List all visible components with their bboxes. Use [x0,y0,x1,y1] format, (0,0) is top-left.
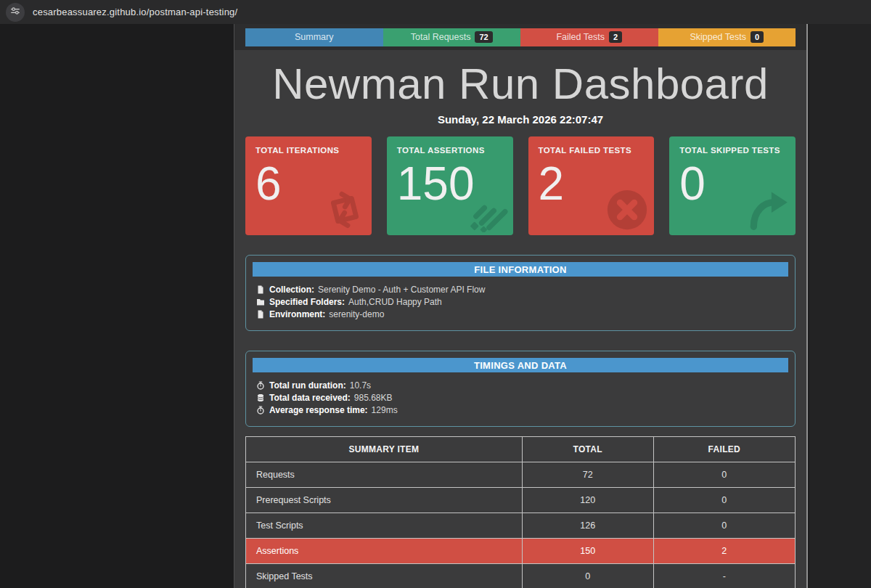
row-label: Average response time: [269,405,368,415]
row-total: 0 [522,564,653,588]
stopwatch-icon [256,406,265,415]
row-value: 10.7s [350,380,371,391]
tab-summary[interactable]: Summary [245,28,383,46]
row-label: Collection: [269,285,314,295]
page-left-gutter [0,24,234,588]
run-datetime: Sunday, 22 March 2026 22:07:47 [245,113,796,126]
file-icon [256,310,265,319]
tab-badge: 72 [475,31,492,43]
file-information-header: FILE INFORMATION [253,262,788,277]
share-arrow-icon [746,187,791,232]
browser-chrome: cesarbeassuarez.github.io/postman-api-te… [0,0,871,24]
table-row: Assertions 150 2 [246,539,796,564]
card-label: TOTAL SKIPPED TESTS [679,146,785,155]
file-information-panel: FILE INFORMATION Collection: Serenity De… [245,255,796,331]
row-item: Requests [246,462,523,488]
tab-badge: 2 [609,31,622,43]
tab-failed-tests[interactable]: Failed Tests 2 [520,28,658,46]
tab-skipped-tests[interactable]: Skipped Tests 0 [658,28,796,46]
card-label: TOTAL ITERATIONS [255,146,361,155]
stopwatch-icon [256,381,265,390]
run-duration-row: Total run duration: 10.7s [256,379,788,391]
table-row: Test Scripts 126 0 [246,513,796,539]
collection-row: Collection: Serenity Demo - Auth + Custo… [256,283,788,295]
table-row: Requests 72 0 [246,462,796,488]
row-value: serenity-demo [329,309,384,319]
col-total: TOTAL [522,437,653,462]
page-right-gutter [809,24,871,588]
row-total: 126 [522,513,653,539]
url-bar[interactable]: cesarbeassuarez.github.io/postman-api-te… [33,7,237,17]
row-value: 985.68KB [354,393,393,403]
times-circle-icon [605,187,650,232]
row-total: 120 [522,488,653,513]
tune-icon [10,6,20,19]
environment-row: Environment: serenity-demo [256,308,788,320]
tab-badge: 0 [751,31,764,43]
row-item: Assertions [246,539,523,564]
col-summary-item: SUMMARY ITEM [246,437,523,462]
row-value: Serenity Demo - Auth + Customer API Flow [318,285,485,295]
tab-total-requests[interactable]: Total Requests 72 [383,28,521,46]
timings-panel: TIMINGS AND DATA Total run duration: 10.… [245,351,796,427]
table-header-row: SUMMARY ITEM TOTAL FAILED [246,437,796,462]
row-total: 150 [522,539,653,564]
file-icon [256,285,265,294]
row-item: Test Scripts [246,513,523,539]
tab-label: Failed Tests [556,32,604,42]
row-total: 72 [522,462,653,488]
card-label: TOTAL ASSERTIONS [397,146,503,155]
card-total-skipped-tests: TOTAL SKIPPED TESTS 0 [669,136,796,235]
site-info-button[interactable] [6,3,25,22]
report-container: Summary Total Requests 72 Failed Tests 2… [234,24,808,588]
tab-label: Summary [295,32,333,42]
row-value: Auth,CRUD Happy Path [348,297,442,307]
screenshot-canvas: cesarbeassuarez.github.io/postman-api-te… [0,0,871,588]
page-title: Newman Run Dashboard [245,59,796,109]
row-item: Skipped Tests [246,564,523,588]
card-total-failed-tests: TOTAL FAILED TESTS 2 [528,136,655,235]
card-total-iterations: TOTAL ITERATIONS 6 [245,136,372,235]
row-failed: - [653,564,795,588]
row-label: Specified Folders: [269,297,345,307]
row-value: 129ms [372,405,398,415]
avg-response-row: Average response time: 129ms [256,404,788,416]
table-row: Prerequest Scripts 120 0 [246,488,796,513]
summary-table: SUMMARY ITEM TOTAL FAILED Requests 72 0 … [245,436,796,588]
row-label: Environment: [269,309,325,319]
row-label: Total data received: [269,393,351,403]
data-received-row: Total data received: 985.68KB [256,391,788,404]
row-failed: 2 [653,539,795,564]
tab-label: Total Requests [411,32,471,42]
card-total-assertions: TOTAL ASSERTIONS 150 [387,136,513,235]
table-row: Skipped Tests 0 - [246,564,796,588]
card-label: TOTAL FAILED TESTS [539,146,645,155]
row-item: Prerequest Scripts [246,488,523,513]
stat-cards-row: TOTAL ITERATIONS 6 TOTAL ASSERTIONS 150 [245,136,796,235]
col-failed: FAILED [653,437,795,462]
row-label: Total run duration: [269,380,346,391]
tab-label: Skipped Tests [690,32,746,42]
row-failed: 0 [653,488,795,513]
timings-header: TIMINGS AND DATA [253,358,788,372]
row-failed: 0 [653,462,795,488]
specified-folders-row: Specified Folders: Auth,CRUD Happy Path [256,295,788,308]
database-icon [256,393,265,402]
row-failed: 0 [653,513,795,539]
report-navbar: Summary Total Requests 72 Failed Tests 2… [234,24,806,50]
folder-icon [256,298,265,306]
assertions-icon [464,187,509,232]
